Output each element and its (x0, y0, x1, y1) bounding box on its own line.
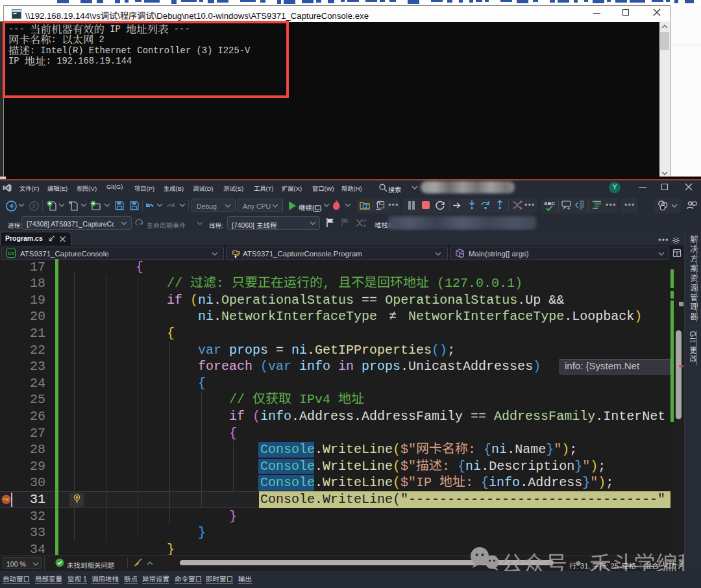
svg-text:ABC: ABC (544, 201, 555, 206)
